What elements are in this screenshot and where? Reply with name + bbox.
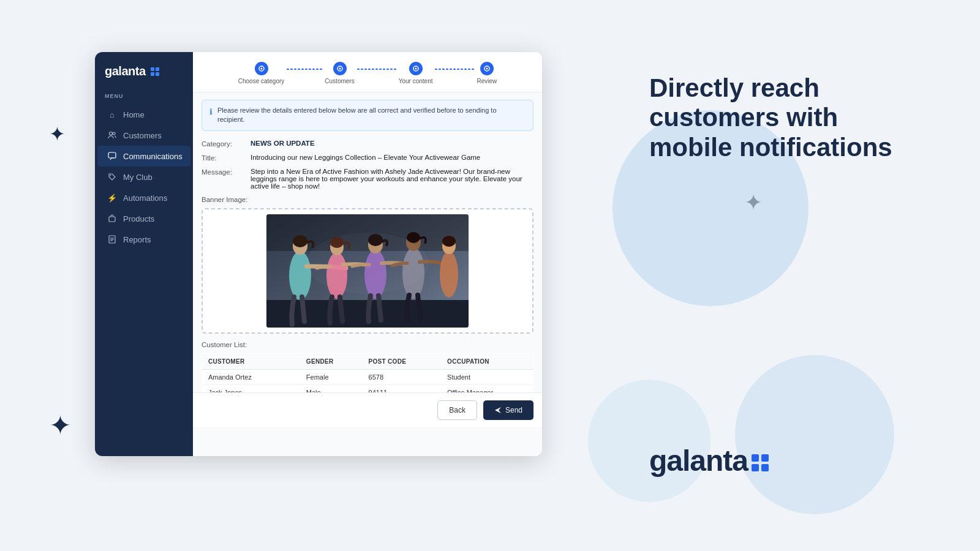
table-row: Jack Jones Male 94111 Office Manager <box>202 384 533 392</box>
col-postcode: POST CODE <box>363 353 442 369</box>
info-icon: ℹ <box>209 107 213 118</box>
customer-table: CUSTOMER GENDER POST CODE OCCUPATION Ama… <box>202 353 533 392</box>
message-value: Step into a New Era of Active Fashion wi… <box>251 168 533 190</box>
cell-postcode: 94111 <box>363 384 442 392</box>
svg-rect-2 <box>108 152 116 158</box>
cell-occupation: Student <box>441 369 533 384</box>
logo-dots-icon <box>752 454 769 471</box>
col-occupation: OCCUPATION <box>441 353 533 369</box>
svg-rect-4 <box>109 217 115 222</box>
category-row: Category: NEWS OR UPDATE <box>202 140 533 148</box>
step-label-3: Your content <box>399 78 433 84</box>
sidebar-item-automations[interactable]: ⚡ Automations <box>97 187 190 208</box>
scrollable-body[interactable]: ℹ Please review the details entered belo… <box>193 92 542 392</box>
message-label: Message: <box>202 168 251 176</box>
sidebar-logo-dots-icon <box>151 67 159 76</box>
cell-name: Jack Jones <box>202 384 300 392</box>
step-label-4: Review <box>477 78 497 84</box>
title-value: Introducing our new Leggings Collection … <box>251 154 533 161</box>
home-icon: ⌂ <box>107 110 117 119</box>
svg-point-16 <box>486 68 488 70</box>
step-review: Review <box>477 62 497 84</box>
sidebar-menu-label: MENU <box>95 93 193 104</box>
svg-point-10 <box>260 68 262 70</box>
right-logo-text: galanta <box>649 444 769 477</box>
cell-occupation: Office Manager <box>441 384 533 392</box>
cell-gender: Female <box>300 369 363 384</box>
table-header-row: CUSTOMER GENDER POST CODE OCCUPATION <box>202 353 533 369</box>
step-circle-3 <box>409 62 423 75</box>
sidebar-item-reports[interactable]: Reports <box>97 229 190 250</box>
sidebar-item-communications-label: Communications <box>123 152 183 161</box>
svg-point-12 <box>339 68 341 70</box>
sidebar-item-myclub[interactable]: My Club <box>97 167 190 187</box>
step-your-content: Your content <box>399 62 433 84</box>
main-content: Choose category Customers Your content <box>193 52 542 456</box>
step-circle-2 <box>333 62 347 75</box>
banner-section: Banner Image: <box>202 196 533 334</box>
step-choose-category: Choose category <box>238 62 285 84</box>
fitness-scene-svg <box>266 214 469 328</box>
svg-point-32 <box>440 251 458 298</box>
svg-point-34 <box>442 236 456 247</box>
step-circle-4 <box>480 62 494 75</box>
back-button[interactable]: Back <box>437 400 477 420</box>
tag-icon <box>107 172 117 182</box>
title-label: Title: <box>202 154 251 162</box>
send-icon <box>494 407 502 414</box>
category-label: Category: <box>202 140 251 148</box>
info-notice: ℹ Please review the details entered belo… <box>202 100 533 131</box>
table-row: Amanda Ortez Female 6578 Student <box>202 369 533 384</box>
progress-bar: Choose category Customers Your content <box>193 52 542 92</box>
right-heading: Directly reach customers with mobile not… <box>649 73 919 162</box>
sidebar-item-home[interactable]: ⌂ Home <box>97 104 190 125</box>
sidebar-item-products-label: Products <box>123 214 154 223</box>
cell-name: Amanda Ortez <box>202 369 300 384</box>
svg-point-14 <box>415 68 417 70</box>
content-area: Category: NEWS OR UPDATE Title: Introduc… <box>193 131 542 392</box>
sidebar-item-reports-label: Reports <box>123 235 151 244</box>
sparkle-top-left-icon: ✦ <box>49 122 66 146</box>
step-customers: Customers <box>325 62 354 84</box>
send-button[interactable]: Send <box>483 400 533 420</box>
customer-section: Customer List: CUSTOMER GENDER POST CODE… <box>202 341 533 392</box>
sparkle-bottom-left-icon: ✦ <box>49 410 72 441</box>
chat-icon <box>107 151 117 161</box>
sidebar-item-automations-label: Automations <box>123 193 167 203</box>
sidebar-logo: galanta <box>95 64 193 93</box>
notice-text: Please review the details entered below … <box>217 106 526 125</box>
svg-point-0 <box>110 132 113 135</box>
cell-gender: Male <box>300 384 363 392</box>
report-icon <box>107 234 117 244</box>
step-label-1: Choose category <box>238 78 285 84</box>
sidebar-item-home-label: Home <box>123 110 145 119</box>
col-gender: GENDER <box>300 353 363 369</box>
customers-icon <box>107 130 117 140</box>
sidebar-item-customers-label: Customers <box>123 131 162 140</box>
right-logo: galanta <box>649 444 769 478</box>
title-row: Title: Introducing our new Leggings Coll… <box>202 154 533 162</box>
sidebar-item-customers[interactable]: Customers <box>97 125 190 146</box>
banner-image <box>266 214 469 328</box>
svg-point-22 <box>293 235 307 247</box>
svg-point-35 <box>306 233 429 294</box>
step-dots-2 <box>357 69 396 70</box>
app-window: galanta MENU ⌂ Home <box>95 52 542 456</box>
sidebar-item-myclub-label: My Club <box>123 173 153 182</box>
category-value: NEWS OR UPDATE <box>251 140 533 147</box>
sidebar-logo-text: galanta <box>105 64 146 78</box>
right-panel: Directly reach customers with mobile not… <box>625 0 956 551</box>
sidebar-item-communications[interactable]: Communications <box>97 146 190 167</box>
step-label-2: Customers <box>325 78 354 84</box>
sidebar-item-products[interactable]: Products <box>97 208 190 229</box>
step-dots-1 <box>287 69 322 70</box>
banner-frame <box>202 208 533 334</box>
col-customer: CUSTOMER <box>202 353 300 369</box>
step-circle-1 <box>255 62 268 75</box>
box-icon <box>107 214 117 223</box>
svg-point-3 <box>110 175 111 176</box>
sidebar: galanta MENU ⌂ Home <box>95 52 193 456</box>
step-dots-3 <box>435 69 474 70</box>
svg-point-1 <box>113 132 115 135</box>
bolt-icon: ⚡ <box>107 193 117 203</box>
